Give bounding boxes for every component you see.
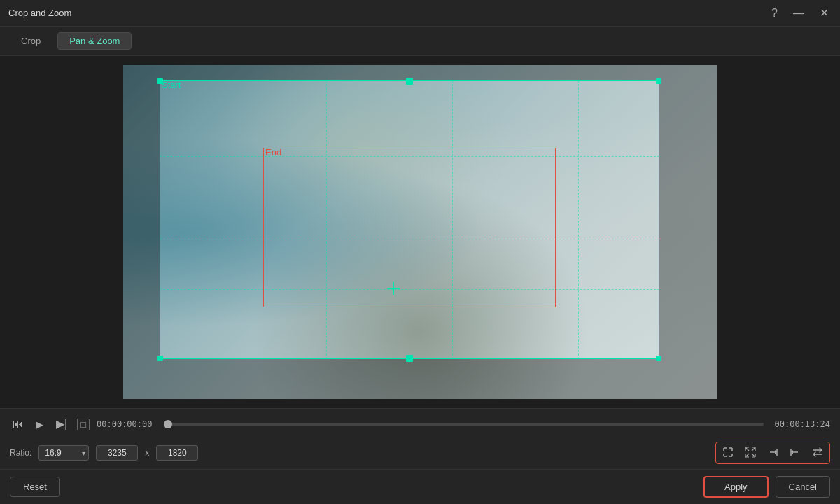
ratio-label: Ratio: [10, 448, 31, 458]
time-start: 00:00:00:00 [97, 419, 152, 429]
video-canvas[interactable]: Start End [123, 65, 717, 399]
right-gutter [718, 56, 840, 408]
icon-button-group [715, 442, 830, 464]
main-area: Start End [0, 56, 840, 408]
height-input[interactable] [156, 445, 198, 461]
title-bar-left: Crop and Zoom [8, 8, 71, 18]
dim-right [659, 80, 717, 359]
fit-icon-button[interactable] [718, 444, 738, 462]
play-button[interactable]: ▶ [34, 419, 46, 430]
title-bar: Crop and Zoom ? — ✕ [0, 0, 840, 27]
action-right: Apply Cancel [704, 476, 830, 498]
title-bar-right: ? — ✕ [769, 6, 832, 20]
bottom-bar: ⏮ ▶ ▶| □ 00:00:00:00 00:00:13:24 Ratio: … [0, 408, 840, 504]
timeline-playhead[interactable] [164, 420, 172, 428]
cancel-button[interactable]: Cancel [776, 476, 830, 498]
tabs-row: Crop Pan & Zoom [0, 27, 840, 56]
action-row: Reset Apply Cancel [0, 469, 840, 504]
dim-bottom [123, 359, 717, 399]
minimize-button[interactable]: — [790, 6, 807, 20]
width-input[interactable] [96, 445, 138, 461]
swap-icon-button[interactable] [807, 444, 828, 462]
stop-button[interactable]: □ [77, 419, 90, 430]
ratio-wrapper: 16:9 4:3 1:1 9:16 Custom [38, 445, 89, 461]
ratio-select[interactable]: 16:9 4:3 1:1 9:16 Custom [38, 445, 89, 461]
step-forward-button[interactable]: ▶| [53, 417, 70, 431]
expand-icon-button[interactable] [740, 444, 761, 462]
time-end: 00:00:13:24 [775, 419, 830, 429]
help-button[interactable]: ? [769, 6, 780, 20]
left-gutter [0, 56, 122, 408]
dim-left [123, 80, 160, 359]
align-left-icon-button[interactable] [785, 444, 806, 462]
playback-row: ⏮ ▶ ▶| □ 00:00:00:00 00:00:13:24 [0, 409, 840, 440]
close-button[interactable]: ✕ [817, 6, 832, 20]
apply-button[interactable]: Apply [704, 476, 769, 498]
video-scene [123, 65, 717, 399]
dim-top [123, 65, 717, 80]
tab-crop[interactable]: Crop [10, 33, 52, 49]
align-right-icon-button[interactable] [762, 444, 783, 462]
reset-button[interactable]: Reset [10, 477, 60, 497]
rewind-button[interactable]: ⏮ [10, 417, 27, 431]
window-title: Crop and Zoom [8, 8, 71, 18]
options-row: Ratio: 16:9 4:3 1:1 9:16 Custom x [0, 440, 840, 469]
tab-pan-zoom[interactable]: Pan & Zoom [57, 32, 132, 50]
timeline-track[interactable] [164, 423, 764, 426]
canvas-container: Start End [122, 56, 718, 408]
dim-separator: x [145, 448, 149, 458]
